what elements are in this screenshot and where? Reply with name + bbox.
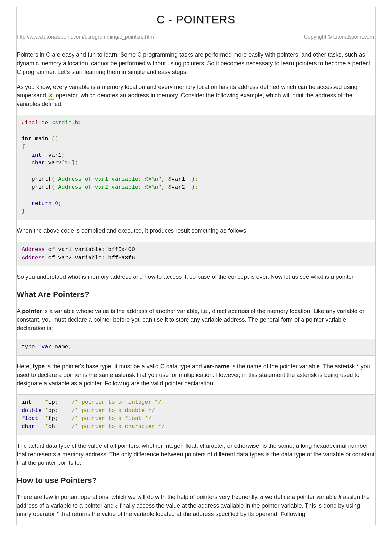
code-block-example-1: #include <stdio.h> int main () { int var… [17, 115, 375, 220]
page-title: C - POINTERS [17, 11, 375, 27]
section-heading-how-to-use: How to use Pointers? [17, 475, 375, 486]
para-actual-datatype: The actual data type of the value of all… [17, 442, 375, 467]
section-heading-what-are-pointers: What Are Pointers? [17, 289, 375, 300]
para-here-type: Here, type is the pointer's base type; i… [17, 362, 375, 388]
code-block-declarations: int *ip; /* pointer to an integer */ dou… [17, 394, 375, 435]
ampersand-inline-code: & [48, 93, 54, 100]
copyright-text: Copyright © tutorialspoint.com [304, 33, 374, 41]
output-block-1: Address of var1 variable: bff5a400 Addre… [17, 242, 375, 266]
step-letter-c: c [115, 502, 118, 509]
intro-paragraph-2: As you know, every variable is a memory … [17, 83, 375, 108]
step-letter-a: a [260, 494, 263, 500]
intro-paragraph-1: Pointers in C are easy and fun to learn.… [17, 50, 375, 76]
para-what-are-pointers: A pointer is a variable whose value is t… [17, 307, 375, 332]
para-how-to-use: There are few important operations, whic… [17, 493, 375, 518]
para-after-output1: So you understood what is memory address… [17, 273, 375, 281]
code-block-syntax: type *var-name; [17, 339, 375, 356]
source-url-link[interactable]: http://www.tutorialspoint.com/cprogrammi… [17, 33, 154, 41]
step-letter-b: b [338, 494, 341, 500]
para-after-code1: When the above code is compiled and exec… [17, 227, 375, 235]
